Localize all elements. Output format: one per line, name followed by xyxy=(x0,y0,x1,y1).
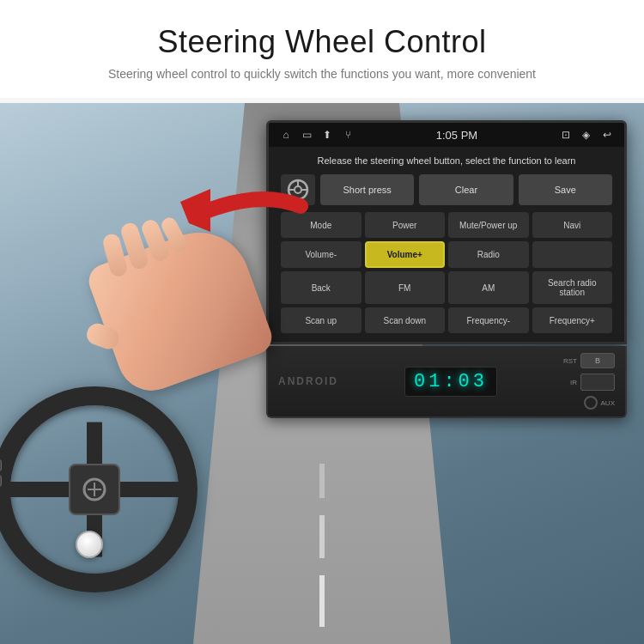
power-button[interactable]: Power xyxy=(365,212,446,238)
radio-button[interactable]: Radio xyxy=(448,241,529,268)
aux-jack[interactable] xyxy=(584,396,598,410)
frequency-minus-button[interactable]: Frequency- xyxy=(448,307,529,333)
road-line-2 xyxy=(319,515,325,558)
ir-label: IR xyxy=(570,379,577,386)
instruction-text: Release the steering wheel button, selec… xyxy=(281,155,612,166)
sw-btn-2[interactable]: ▶ xyxy=(0,475,2,487)
rst-row: RST B xyxy=(563,353,615,368)
b-button[interactable]: B xyxy=(580,353,615,368)
radio-unit-container: ⌂ ▭ ⬆ ⑂ 1:05 PM ⊡ ◈ ↩ Release the steeri… xyxy=(266,120,627,418)
cast-icon[interactable]: ⊡ xyxy=(559,128,573,142)
road-line-1 xyxy=(319,575,325,627)
action-row: Short press Clear Save xyxy=(281,174,612,205)
search-radio-button[interactable]: Search radio station xyxy=(532,271,613,304)
sw-side-buttons: ▶ ▶ xyxy=(0,459,2,487)
road-line-3 xyxy=(319,464,325,498)
sw-knob[interactable] xyxy=(76,531,103,558)
android-text: ANDROID xyxy=(278,375,338,387)
volume-plus-button[interactable]: Volume+ xyxy=(365,241,446,268)
navi-button[interactable]: Navi xyxy=(532,212,613,238)
header-section: Steering Wheel Control Steering wheel co… xyxy=(0,0,644,98)
red-arrow xyxy=(172,155,309,258)
aux-label: AUX xyxy=(601,399,615,407)
steering-wheel-center xyxy=(69,464,120,515)
screen-icon[interactable]: ▭ xyxy=(300,128,313,142)
screen-content: Release the steering wheel button, selec… xyxy=(269,147,624,342)
hw-controls: RST B IR AUX xyxy=(563,353,615,410)
ir-slot xyxy=(580,374,615,391)
clear-button[interactable]: Clear xyxy=(419,174,513,205)
sw-btn-1[interactable]: ▶ xyxy=(0,459,2,471)
empty-btn-1 xyxy=(532,241,613,268)
location-icon[interactable]: ◈ xyxy=(580,128,593,142)
status-time: 1:05 PM xyxy=(436,129,477,142)
status-icons-right: ⊡ ◈ ↩ xyxy=(559,128,614,142)
sw-center-icon xyxy=(81,476,108,503)
time-display: 01:03 xyxy=(404,367,497,397)
scan-down-button[interactable]: Scan down xyxy=(365,307,446,333)
steering-wheel xyxy=(0,386,197,592)
frequency-plus-button[interactable]: Frequency+ xyxy=(532,307,613,333)
back-button[interactable]: Back xyxy=(281,271,361,304)
function-grid: Mode Power Mute/Power up Navi Volume- Vo… xyxy=(281,212,612,333)
aux-row: AUX xyxy=(584,396,615,410)
ir-row: IR xyxy=(570,374,615,391)
scene-area: ▶ ▶ ACC CAR xyxy=(0,103,644,644)
car-screen: ⌂ ▭ ⬆ ⑂ 1:05 PM ⊡ ◈ ↩ Release the steeri… xyxy=(266,120,627,344)
home-icon[interactable]: ⌂ xyxy=(279,128,293,142)
rst-label: RST xyxy=(563,357,577,365)
arrow-svg xyxy=(172,155,309,258)
page-title: Steering Wheel Control xyxy=(52,24,592,60)
hardware-left: ANDROID xyxy=(278,375,338,387)
up-arrow-icon[interactable]: ⬆ xyxy=(320,128,334,142)
fm-button[interactable]: FM xyxy=(365,271,446,304)
am-button[interactable]: AM xyxy=(448,271,529,304)
back-icon[interactable]: ↩ xyxy=(600,128,614,142)
hardware-unit: ANDROID 01:03 RST B IR AUX xyxy=(266,346,627,418)
hand-container xyxy=(103,240,275,395)
short-press-button[interactable]: Short press xyxy=(320,174,414,205)
scan-up-button[interactable]: Scan up xyxy=(281,307,361,333)
svg-marker-4 xyxy=(180,189,210,232)
usb-icon[interactable]: ⑂ xyxy=(341,128,355,142)
status-icons-left: ⌂ ▭ ⬆ ⑂ xyxy=(279,128,355,142)
status-bar: ⌂ ▭ ⬆ ⑂ 1:05 PM ⊡ ◈ ↩ xyxy=(269,123,624,147)
mute-power-button[interactable]: Mute/Power up xyxy=(448,212,529,238)
page-subtitle: Steering wheel control to quickly switch… xyxy=(52,67,592,81)
save-button[interactable]: Save xyxy=(519,174,612,205)
